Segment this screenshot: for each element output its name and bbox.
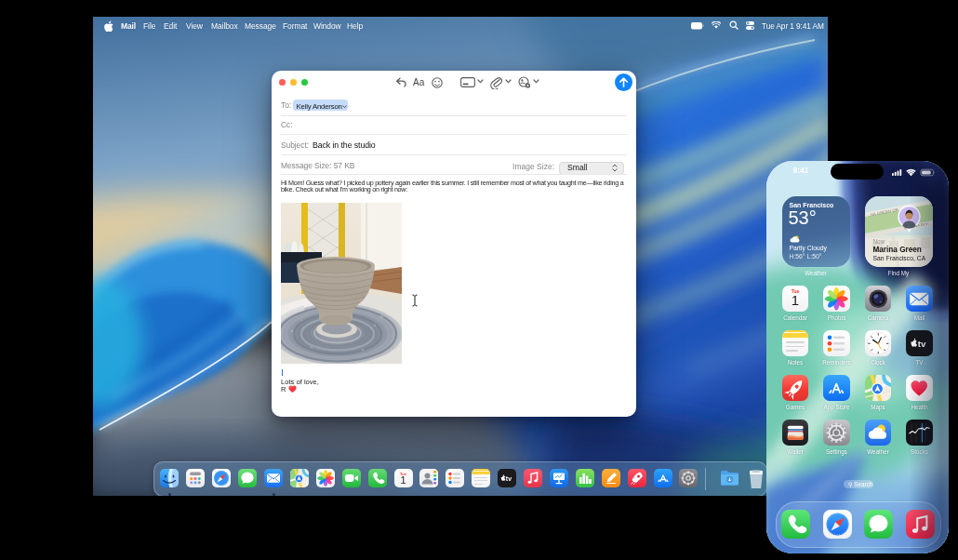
- svg-text:tv: tv: [506, 475, 512, 482]
